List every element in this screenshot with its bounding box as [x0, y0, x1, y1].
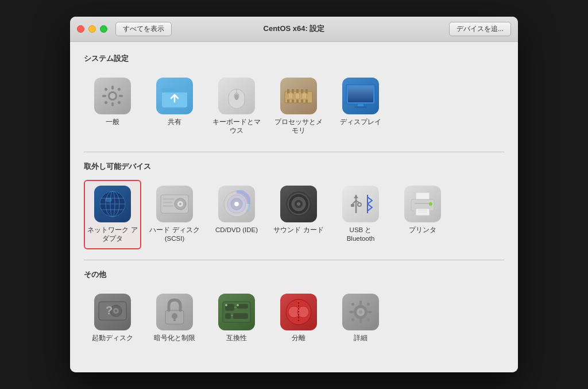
item-hdd[interactable]: ハード ディスク (SCSI)	[146, 180, 203, 249]
svg-rect-30	[348, 86, 373, 102]
svg-point-1	[110, 93, 115, 99]
show-all-button[interactable]: すべてを表示	[115, 22, 172, 36]
section-title-other: その他	[84, 269, 504, 280]
item-usb-bluetooth[interactable]: USB と Bluetooth	[332, 180, 389, 249]
svg-rect-84	[225, 313, 231, 319]
item-isolation[interactable]: 分離	[270, 288, 327, 349]
item-advanced[interactable]: 詳細	[332, 288, 389, 349]
label-printer: プリンタ	[409, 226, 436, 235]
label-cd-dvd: CD/DVD (IDE)	[215, 226, 258, 235]
svg-rect-13	[235, 94, 238, 100]
svg-rect-62	[351, 204, 354, 207]
label-compatibility: 互換性	[226, 334, 247, 343]
svg-rect-7	[117, 87, 121, 91]
label-advanced: 詳細	[354, 334, 368, 343]
label-processor-memory: プロセッサとメモリ	[273, 118, 324, 136]
add-device-button[interactable]: デバイスを追...	[449, 22, 511, 36]
item-sharing[interactable]: 共有	[146, 72, 203, 141]
svg-marker-60	[354, 195, 358, 198]
svg-point-40	[105, 198, 112, 202]
icon-mouse	[218, 78, 255, 114]
label-display: ディスプレイ	[340, 118, 381, 127]
icon-boot: ?	[94, 294, 131, 330]
svg-rect-3	[111, 102, 114, 106]
svg-point-64	[358, 203, 361, 206]
item-printer[interactable]: プリンタ	[394, 180, 451, 249]
svg-rect-26	[295, 93, 300, 99]
item-compatibility[interactable]: 互換性	[208, 288, 265, 349]
icon-ram	[280, 78, 317, 114]
section-title-system: システム設定	[84, 53, 504, 64]
svg-rect-85	[233, 313, 248, 319]
icon-cd	[218, 186, 255, 222]
svg-rect-22	[296, 99, 299, 103]
other-grid: ? 起動ディスク 暗号	[84, 288, 504, 349]
svg-point-89	[237, 304, 239, 306]
titlebar: すべてを表示 CentOS x64: 設定 デバイスを追...	[70, 17, 518, 42]
traffic-lights	[77, 25, 107, 33]
item-sound-card[interactable]: サウンド カード	[270, 180, 327, 249]
system-settings-grid: 一般 共有	[84, 72, 504, 141]
svg-rect-98	[359, 319, 362, 323]
icon-separate	[280, 294, 317, 330]
icon-encrypt	[156, 294, 193, 330]
icon-hdd	[156, 186, 193, 222]
svg-rect-24	[305, 99, 308, 103]
icon-advanced	[342, 294, 379, 330]
icon-audio	[280, 186, 317, 222]
svg-rect-45	[163, 198, 175, 200]
item-display[interactable]: ディスプレイ	[332, 72, 389, 141]
svg-rect-102	[366, 302, 370, 306]
svg-point-88	[225, 304, 227, 306]
svg-point-56	[297, 202, 300, 206]
svg-rect-6	[104, 87, 108, 91]
svg-point-70	[429, 202, 432, 206]
svg-rect-47	[163, 205, 173, 207]
item-network-adapter[interactable]: ネットワーク アダプタ	[84, 180, 141, 249]
section-title-removable: 取外し可能デバイス	[84, 161, 504, 172]
main-window: すべてを表示 CentOS x64: 設定 デバイスを追... システム設定	[70, 17, 518, 373]
item-startup-disk[interactable]: ? 起動ディスク	[84, 288, 141, 349]
icon-network	[94, 186, 131, 222]
svg-text:?: ?	[106, 304, 113, 317]
label-startup-disk: 起動ディスク	[92, 334, 133, 343]
item-encryption[interactable]: 暗号化と制限	[146, 288, 203, 349]
svg-rect-104	[366, 318, 370, 322]
svg-rect-8	[104, 101, 108, 105]
svg-rect-23	[301, 99, 303, 103]
item-keyboard-mouse[interactable]: キーボードとマウス	[208, 72, 265, 141]
divider-removable	[84, 152, 504, 152]
svg-rect-21	[292, 99, 294, 103]
svg-rect-20	[287, 99, 289, 103]
item-processor-memory[interactable]: プロセッサとメモリ	[270, 72, 327, 141]
svg-rect-80	[173, 317, 176, 321]
label-keyboard-mouse: キーボードとマウス	[211, 118, 262, 136]
item-cd-dvd[interactable]: CD/DVD (IDE)	[208, 180, 265, 249]
label-isolation: 分離	[292, 334, 305, 343]
svg-rect-2	[111, 86, 114, 90]
icon-gear	[94, 78, 131, 114]
divider-other	[84, 260, 504, 260]
icon-printer	[404, 186, 441, 222]
minimize-button[interactable]	[88, 25, 96, 33]
svg-rect-103	[351, 318, 355, 322]
svg-rect-97	[359, 301, 362, 305]
label-general: 一般	[106, 118, 119, 127]
svg-point-96	[359, 310, 362, 314]
item-general[interactable]: 一般	[84, 72, 141, 141]
icon-usb	[342, 186, 379, 222]
removable-devices-grid: ネットワーク アダプタ ハード ディスク (SCSI)	[84, 180, 504, 249]
svg-rect-68	[415, 203, 431, 204]
label-sharing: 共有	[168, 118, 181, 127]
svg-point-51	[234, 202, 239, 206]
close-button[interactable]	[77, 25, 84, 33]
window-title: CentOS x64: 設定	[264, 24, 325, 34]
content-area: システム設定	[70, 42, 518, 373]
svg-point-76	[115, 310, 117, 312]
svg-rect-101	[351, 302, 355, 306]
label-network-adapter: ネットワーク アダプタ	[87, 226, 138, 244]
icon-folder	[156, 78, 193, 114]
label-hdd: ハード ディスク (SCSI)	[149, 226, 200, 244]
maximize-button[interactable]	[100, 25, 107, 33]
label-usb-bluetooth: USB と Bluetooth	[335, 226, 386, 244]
